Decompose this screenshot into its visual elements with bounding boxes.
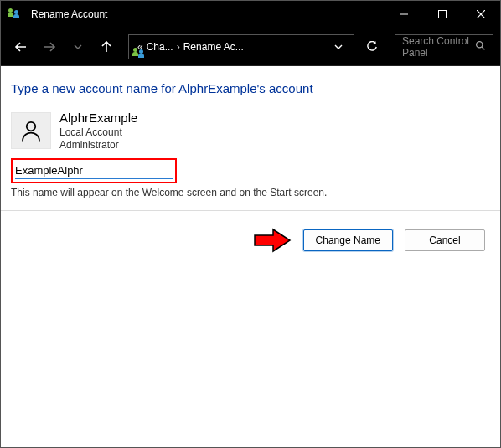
- cancel-button[interactable]: Cancel: [405, 229, 485, 251]
- svg-point-6: [27, 122, 36, 131]
- button-row: Change Name Cancel: [11, 228, 490, 253]
- page-title: Type a new account name for AlphrExample…: [11, 81, 490, 95]
- divider: [1, 210, 500, 211]
- breadcrumb-seg-change[interactable]: Cha...: [147, 41, 173, 53]
- window-title: Rename Account: [31, 8, 107, 20]
- forward-button[interactable]: [36, 33, 63, 60]
- breadcrumb-overflow[interactable]: «: [137, 41, 143, 53]
- maximize-button[interactable]: [423, 1, 462, 28]
- svg-rect-1: [439, 11, 447, 18]
- svg-point-4: [477, 41, 483, 47]
- window-controls: [385, 1, 500, 28]
- annotation-arrow-icon: [253, 228, 292, 253]
- svg-marker-7: [255, 229, 290, 251]
- avatar: [11, 112, 51, 149]
- up-button[interactable]: [93, 33, 120, 60]
- account-type: Local Account: [59, 126, 137, 139]
- breadcrumb[interactable]: « Cha... › Rename Ac...: [128, 34, 354, 59]
- new-name-field[interactable]: [15, 162, 173, 179]
- account-name: AlphrExample: [59, 111, 137, 126]
- account-summary: AlphrExample Local Account Administrator: [11, 111, 490, 152]
- name-input-highlight: [11, 158, 177, 183]
- recent-locations-button[interactable]: [65, 33, 91, 60]
- breadcrumb-seg-rename[interactable]: Rename Ac...: [183, 41, 244, 53]
- breadcrumb-dropdown[interactable]: [327, 43, 350, 51]
- close-button[interactable]: [462, 1, 500, 28]
- refresh-button[interactable]: [359, 34, 385, 59]
- titlebar: Rename Account: [1, 1, 500, 28]
- search-icon: [475, 40, 486, 54]
- minimize-button[interactable]: [385, 1, 423, 28]
- back-button[interactable]: [8, 33, 34, 60]
- chevron-right-icon: ›: [177, 41, 180, 53]
- svg-line-5: [482, 47, 484, 49]
- content-area: Type a new account name for AlphrExample…: [1, 66, 500, 253]
- search-input[interactable]: Search Control Panel: [395, 34, 493, 59]
- user-accounts-icon: [8, 8, 21, 21]
- account-role: Administrator: [59, 139, 137, 152]
- navbar: « Cha... › Rename Ac... Search Control P…: [1, 28, 500, 66]
- search-placeholder: Search Control Panel: [402, 35, 475, 59]
- change-name-button[interactable]: Change Name: [303, 229, 393, 251]
- help-text: This name will appear on the Welcome scr…: [11, 187, 490, 207]
- app-icon: Rename Account: [8, 8, 107, 21]
